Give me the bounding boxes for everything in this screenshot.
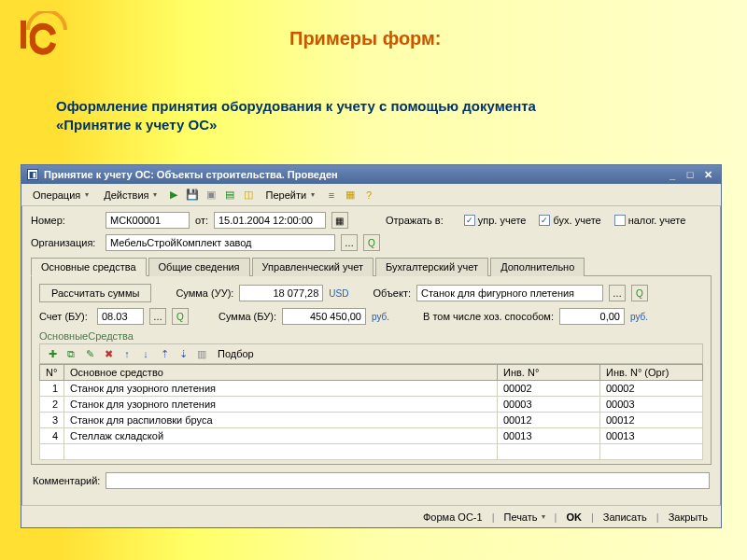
toolbar-save-icon[interactable]: 💾 [185,188,200,203]
table-row[interactable]: 4Стеллаж складской0001300013 [40,428,703,444]
object-open-button[interactable]: Q [631,285,648,301]
statusbar: Форма ОС-1 | Печать | OK | Записать | За… [21,505,721,527]
grid-delete-icon[interactable]: ✖ [100,345,117,362]
currency-bu: руб. [372,312,389,322]
grid-fill-icon[interactable]: ▥ [193,345,210,362]
label-account: Счет (БУ): [39,311,92,322]
account-open-button[interactable]: Q [172,308,189,325]
col-name[interactable]: Основное средство [64,365,498,381]
tab-general[interactable]: Общие сведения [148,258,250,276]
footer-close[interactable]: Закрыть [665,510,712,525]
label-incl: В том числе хоз. способом: [423,311,554,322]
label-reflect: Отражать в: [386,215,444,226]
table-row[interactable]: 3Станок для распиловки бруса0001200012 [40,413,703,428]
slide-subtitle: Оформление принятия оборудования к учету… [56,97,579,135]
tab-mgmt[interactable]: Управленческий учет [252,258,374,276]
input-object[interactable]: Станок для фигурного плетения [416,285,603,301]
footer-ok[interactable]: OK [562,510,585,525]
col-inv-org[interactable]: Инв. N° (Орг) [600,365,703,381]
object-select-button[interactable]: … [609,285,626,301]
grid-add-icon[interactable]: ✚ [44,345,61,362]
grid-sort-desc-icon[interactable]: ⇣ [175,345,191,362]
col-inv[interactable]: Инв. N° [498,365,600,381]
window-icon: ◧ [27,169,38,180]
input-incl[interactable]: 0,00 [559,308,625,325]
currency-incl: руб. [630,312,648,322]
minimize-button[interactable]: _ [665,168,680,181]
subheader-fixed-assets: ОсновныеСредства [39,330,703,342]
label-sum-uu: Сумма (УУ): [176,287,233,299]
titlebar: ◧ Принятие к учету ОС: Объекты строитель… [21,165,721,184]
toolbar-operation[interactable]: Операция [27,188,94,203]
toolbar-go[interactable]: Перейти [260,188,320,203]
grid-moveup-icon[interactable]: ↑ [119,345,135,362]
label-org: Организация: [31,237,100,248]
close-button[interactable]: ✕ [700,168,715,181]
input-number[interactable]: МСК00001 [106,212,190,229]
footer-save[interactable]: Записать [599,510,651,525]
account-select-button[interactable]: … [149,308,166,325]
grid-toolbar: ✚ ⧉ ✎ ✖ ↑ ↓ ⇡ ⇣ ▥ Подбор [39,343,703,364]
toolbar-actions[interactable]: Действия [98,188,162,203]
grid-add-copy-icon[interactable]: ⧉ [63,345,79,362]
checkbox-tax[interactable]: налог. учете [614,215,686,226]
logo-1c [13,11,69,58]
tab-extra[interactable]: Дополнительно [490,258,585,276]
input-comment[interactable] [106,472,710,489]
table-row[interactable]: 1Станок для узорного плетения0000200002 [40,381,703,397]
toolbar-help-icon[interactable]: ? [361,188,376,203]
app-window: ◧ Принятие к учету ОС: Объекты строитель… [21,164,722,528]
main-toolbar: Операция Действия ▶ 💾 ▣ ▤ ◫ Перейти ≡ ▦ … [21,184,721,206]
window-title: Принятие к учету ОС: Объекты строительст… [44,169,338,180]
tab-acc[interactable]: Бухгалтерский учет [375,258,488,276]
label-sum-bu: Сумма (БУ): [218,311,276,322]
table-row-empty[interactable] [40,444,703,460]
input-account[interactable]: 08.03 [97,308,144,325]
maximize-button[interactable]: □ [683,168,698,181]
toolbar-post-icon[interactable]: ▣ [204,188,218,203]
checkbox-mgmt[interactable]: ✓упр. учете [464,215,527,226]
checkbox-tax-label: налог. учете [628,215,686,226]
panel-fixed-assets: Рассчитать суммы Сумма (УУ): 18 077,28 U… [31,276,712,465]
grid-edit-icon[interactable]: ✎ [81,345,98,362]
grid-movedown-icon[interactable]: ↓ [137,345,154,362]
col-n[interactable]: N° [40,365,64,381]
toolbar-doc-icon[interactable]: ▦ [343,188,358,203]
org-open-button[interactable]: Q [363,234,380,251]
calc-sums-button[interactable]: Рассчитать суммы [39,284,151,302]
toolbar-report-icon[interactable]: ▤ [222,188,237,203]
tabs: Основные средства Общие сведения Управле… [31,257,712,276]
date-picker-button[interactable]: ▦ [331,212,348,229]
org-select-button[interactable]: … [341,234,358,251]
currency-uu: USD [329,288,348,299]
label-number: Номер: [31,215,100,226]
label-date: от: [195,215,208,226]
input-org[interactable]: МебельСтройКомплект завод [106,234,335,251]
label-object: Объект: [373,287,411,299]
toolbar-list-icon[interactable]: ≡ [324,188,339,203]
input-date[interactable]: 15.01.2004 12:00:00 [214,212,326,229]
checkbox-acc[interactable]: ✓бух. учете [539,215,600,226]
input-sum-bu[interactable]: 450 450,00 [282,308,366,325]
footer-form-os1[interactable]: Форма ОС-1 [419,510,486,525]
table-row[interactable]: 2Станок для узорного плетения0000300003 [40,397,703,413]
grid-sort-asc-icon[interactable]: ⇡ [156,345,173,362]
toolbar-struct-icon[interactable]: ◫ [241,188,256,203]
slide-title: Примеры форм: [289,28,442,49]
toolbar-run-icon[interactable]: ▶ [166,188,181,203]
grid-pick-button[interactable]: Подбор [212,346,260,361]
fixed-assets-grid: N° Основное средство Инв. N° Инв. N° (Ор… [39,364,703,460]
input-sum-uu[interactable]: 18 077,28 [239,285,323,301]
checkbox-mgmt-label: упр. учете [478,215,527,226]
checkbox-acc-label: бух. учете [553,215,600,226]
label-comment: Комментарий: [33,475,100,486]
tab-fixed-assets[interactable]: Основные средства [31,258,147,276]
footer-print[interactable]: Печать [500,510,548,525]
